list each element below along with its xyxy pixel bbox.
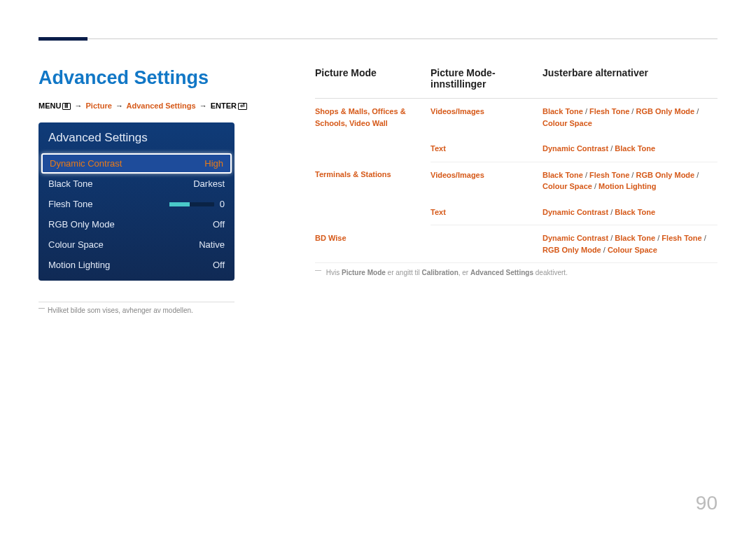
page-title: Advanced Settings [38, 67, 273, 89]
table-row: Shops & Malls, Offices & Schools, Video … [315, 99, 718, 136]
table-row: Terminals & Stations Videos/Images Black… [315, 162, 718, 199]
cell-mode: Terminals & Stations [315, 162, 430, 225]
breadcrumb-advanced: Advanced Settings [127, 101, 196, 110]
cell-options: Dynamic Contrast / Black Tone / Flesh To… [542, 225, 718, 263]
row-value-wrap: 0 [169, 199, 225, 209]
main-area: Advanced Settings MENUⅢ → Picture → Adva… [38, 67, 718, 314]
cell-options: Dynamic Contrast / Black Tone [542, 199, 718, 225]
panel-row-flesh-tone[interactable]: Flesh Tone 0 [38, 194, 234, 214]
row-label: Dynamic Contrast [50, 158, 122, 169]
panel-title: Advanced Settings [38, 124, 234, 153]
settings-panel: Advanced Settings Dynamic Contrast High … [38, 122, 234, 281]
breadcrumb-enter: ENTER [211, 101, 237, 110]
footnote-rule [38, 302, 234, 302]
menu-icon: Ⅲ [62, 103, 71, 110]
slider-track[interactable] [169, 202, 214, 206]
breadcrumb-picture: Picture [86, 101, 112, 110]
cell-setting: Videos/Images [430, 99, 542, 136]
arrow-icon: → [115, 101, 123, 110]
table-footnote: Hvis Picture Mode er angitt til Calibrat… [315, 269, 718, 276]
cell-mode: BD Wise [315, 225, 430, 263]
cell-setting: Videos/Images [430, 162, 542, 199]
row-label: Flesh Tone [48, 199, 92, 209]
options-table: Picture Mode Picture Mode-innstillinger … [315, 67, 718, 263]
panel-row-rgb-only[interactable]: RGB Only Mode Off [38, 214, 234, 234]
table-row: BD Wise Dynamic Contrast / Black Tone / … [315, 225, 718, 263]
arrow-icon: → [74, 101, 82, 110]
arrow-icon: → [200, 101, 207, 110]
top-rule [38, 38, 718, 39]
row-label: Black Tone [48, 178, 92, 189]
row-value: Darkest [193, 178, 225, 189]
enter-icon: ⏎ [238, 103, 247, 110]
row-label: Colour Space [48, 239, 104, 250]
row-label: RGB Only Mode [48, 219, 115, 230]
row-value: Off [213, 260, 225, 270]
th-picture-mode: Picture Mode [315, 67, 430, 99]
row-value: Native [199, 239, 225, 250]
cell-options: Black Tone / Flesh Tone / RGB Only Mode … [542, 99, 718, 136]
breadcrumb: MENUⅢ → Picture → Advanced Settings → EN… [38, 101, 273, 110]
panel-row-dynamic-contrast[interactable]: Dynamic Contrast High [41, 153, 232, 174]
row-value: 0 [220, 199, 225, 209]
cell-mode: Shops & Malls, Offices & Schools, Video … [315, 99, 430, 162]
slider-fill [169, 202, 190, 206]
breadcrumb-menu: MENU [38, 101, 61, 110]
row-label: Motion Lighting [48, 260, 110, 270]
page: Advanced Settings MENUⅢ → Picture → Adva… [0, 0, 756, 314]
cell-setting [430, 225, 542, 263]
left-column: Advanced Settings MENUⅢ → Picture → Adva… [38, 67, 273, 314]
panel-row-motion-lighting[interactable]: Motion Lighting Off [38, 255, 234, 275]
panel-row-colour-space[interactable]: Colour Space Native [38, 234, 234, 255]
panel-row-black-tone[interactable]: Black Tone Darkest [38, 174, 234, 194]
page-number: 90 [696, 492, 718, 514]
row-value: High [204, 158, 223, 169]
cell-options: Black Tone / Flesh Tone / RGB Only Mode … [542, 162, 718, 199]
right-column: Picture Mode Picture Mode-innstillinger … [315, 67, 718, 314]
top-rule-accent [38, 37, 88, 41]
th-picture-mode-settings: Picture Mode-innstillinger [430, 67, 542, 99]
row-value: Off [213, 219, 225, 230]
cell-options: Dynamic Contrast / Black Tone [542, 136, 718, 162]
th-adjustable: Justerbare alternativer [542, 67, 718, 99]
cell-setting: Text [430, 199, 542, 225]
cell-setting: Text [430, 136, 542, 162]
left-footnote: Hvilket bilde som vises, avhenger av mod… [38, 307, 273, 314]
